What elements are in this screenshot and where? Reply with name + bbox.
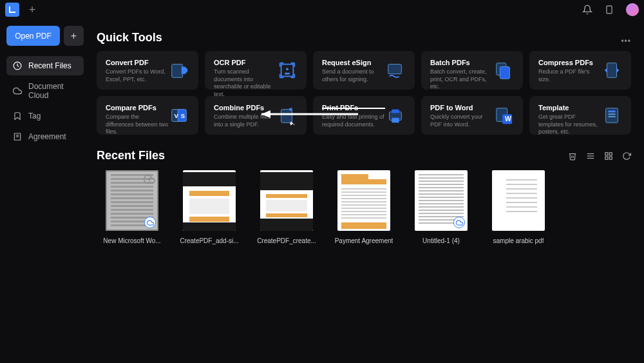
- tool-card-template[interactable]: Template Get great PDF templates for res…: [529, 96, 631, 135]
- tool-desc: Reduce a PDF file's size.: [538, 68, 601, 83]
- file-card[interactable]: Payment Agreement: [328, 170, 399, 244]
- annotation-strike: [322, 108, 385, 109]
- tool-desc: Turn scanned documents into searchable o…: [214, 68, 277, 99]
- file-card[interactable]: Untitled-1 (4): [406, 170, 477, 244]
- svg-rect-9: [285, 73, 290, 75]
- tool-title: Request eSign: [322, 59, 385, 66]
- tool-card-compare-pdfs[interactable]: Compare PDFs Compare the differences bet…: [97, 96, 198, 135]
- cloud-upload-icon: [143, 173, 156, 186]
- file-thumbnail: [260, 170, 313, 231]
- svg-rect-6: [172, 64, 183, 78]
- svg-rect-0: [607, 6, 612, 14]
- grid-view-icon[interactable]: [604, 152, 613, 161]
- file-thumbnail: [492, 170, 545, 231]
- new-tab-button[interactable]: +: [27, 5, 37, 15]
- file-name: Untitled-1 (4): [422, 237, 460, 244]
- svg-rect-12: [500, 66, 509, 79]
- tool-card-pdf-to-word[interactable]: PDF to Word Quickly convert your PDF int…: [421, 96, 523, 135]
- svg-rect-30: [608, 116, 615, 117]
- file-name: sample arabic pdf: [493, 237, 544, 244]
- tool-icon: W: [493, 105, 514, 126]
- file-card[interactable]: CreatePDF_add-si...: [174, 170, 245, 244]
- cloud-icon: [13, 86, 22, 95]
- svg-rect-22: [392, 110, 399, 113]
- tool-desc: Send a document to others for signing.: [322, 68, 385, 83]
- open-pdf-button[interactable]: Open PDF: [6, 26, 60, 46]
- recent-files-title: Recent Files: [97, 149, 165, 162]
- svg-rect-34: [605, 152, 608, 155]
- tool-icon: [601, 105, 622, 126]
- tool-title: Print PDFs: [322, 104, 385, 112]
- tool-card-compress-pdfs[interactable]: Compress PDFs Reduce a PDF file's size.: [529, 51, 631, 90]
- tool-title: OCR PDF: [214, 59, 277, 66]
- svg-rect-10: [388, 64, 402, 74]
- svg-rect-28: [608, 111, 615, 113]
- tool-card-ocr-pdf[interactable]: OCR PDF Turn scanned documents into sear…: [205, 51, 307, 90]
- tool-icon: [493, 60, 514, 81]
- svg-rect-37: [609, 157, 612, 159]
- cloud-sync-icon: [453, 217, 465, 228]
- quick-tools-more[interactable]: •••: [621, 37, 631, 46]
- file-name: Payment Agreement: [335, 237, 393, 244]
- nav-agreement[interactable]: Agreement: [6, 127, 84, 146]
- new-button[interactable]: +: [64, 26, 84, 46]
- svg-rect-29: [608, 113, 615, 115]
- file-thumbnail: [183, 170, 236, 231]
- tool-desc: Convert PDFs to Word, Excel, PPT, etc.: [106, 68, 169, 83]
- quick-tools-title: Quick Tools: [97, 31, 162, 44]
- tool-title: PDF to Word: [430, 104, 493, 112]
- list-view-icon[interactable]: [586, 152, 595, 161]
- user-avatar[interactable]: [626, 3, 639, 16]
- tool-card-convert-pdf[interactable]: Convert PDF Convert PDFs to Word, Excel,…: [97, 51, 198, 90]
- file-thumbnail: [106, 170, 158, 231]
- tool-desc: Quickly convert your PDF into Word.: [430, 113, 493, 128]
- file-thumbnail: [415, 170, 468, 231]
- nav-label: Agreement: [28, 132, 66, 141]
- svg-text:V: V: [175, 113, 179, 119]
- notification-icon[interactable]: [582, 5, 592, 15]
- refresh-icon[interactable]: [622, 152, 631, 161]
- nav-label: Tag: [28, 112, 41, 121]
- tool-card-print-pdfs[interactable]: Print PDFs Easy and fast printing of req…: [313, 96, 415, 135]
- tool-title: Batch PDFs: [430, 59, 493, 66]
- file-name: New Microsoft Wo...: [103, 237, 160, 244]
- tool-icon: [277, 105, 298, 126]
- tool-icon: [601, 60, 622, 81]
- tool-icon: [385, 105, 406, 126]
- svg-rect-18: [281, 110, 292, 123]
- svg-rect-27: [606, 108, 618, 123]
- sidebar-nav: Recent Files Document Cloud Tag Agreemen…: [6, 56, 84, 146]
- tool-desc: Get great PDF templates for resumes, pos…: [538, 113, 601, 136]
- tool-icon: [169, 60, 189, 81]
- tool-icon: VS: [169, 105, 189, 126]
- tool-desc: Batch convert, create, print, OCR and PD…: [430, 68, 493, 91]
- app-logo: [5, 3, 19, 17]
- tool-desc: Easy and fast printing of required docum…: [322, 113, 385, 128]
- nav-tag[interactable]: Tag: [6, 106, 84, 126]
- file-card[interactable]: sample arabic pdf: [483, 170, 554, 244]
- nav-document-cloud[interactable]: Document Cloud: [6, 77, 84, 105]
- tool-card-batch-pdfs[interactable]: Batch PDFs Batch convert, create, print,…: [421, 51, 523, 90]
- agreement-icon: [13, 132, 22, 141]
- svg-rect-35: [609, 152, 612, 155]
- nav-label: Document Cloud: [28, 82, 77, 100]
- tool-title: Convert PDF: [106, 59, 169, 66]
- tool-card-request-esign[interactable]: Request eSign Send a document to others …: [313, 51, 415, 90]
- file-name: CreatePDF_add-si...: [180, 237, 238, 244]
- svg-text:W: W: [505, 115, 511, 123]
- tool-card-combine-pdfs[interactable]: Combine PDFs Combine multiple files into…: [205, 96, 307, 135]
- file-card[interactable]: CreatePDF_create...: [251, 170, 322, 244]
- tool-title: Compare PDFs: [106, 104, 169, 112]
- tool-title: Combine PDFs: [214, 104, 277, 112]
- svg-rect-13: [607, 63, 617, 78]
- svg-text:S: S: [181, 113, 185, 119]
- nav-recent-files[interactable]: Recent Files: [6, 56, 84, 75]
- svg-rect-36: [605, 157, 608, 159]
- bookmark-icon: [13, 112, 22, 121]
- file-card[interactable]: New Microsoft Wo...: [97, 170, 167, 244]
- cloud-sync-icon: [144, 217, 156, 228]
- clock-icon: [13, 61, 22, 70]
- delete-icon[interactable]: [568, 152, 577, 161]
- nav-label: Recent Files: [28, 61, 71, 70]
- phone-icon[interactable]: [604, 5, 614, 15]
